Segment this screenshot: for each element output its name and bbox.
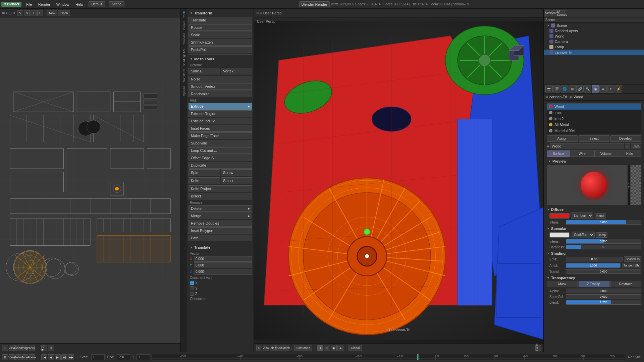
merge-btn[interactable]: Merge ▶ [189, 213, 252, 219]
screw-btn[interactable]: Screw [221, 169, 252, 176]
shrink-fatten-btn[interactable]: Shrink/Fatten [189, 39, 252, 46]
scene-dropdown[interactable]: Scene [109, 1, 124, 7]
render-mode-btn[interactable]: ◈ [337, 345, 343, 351]
rotate-btn[interactable]: Rotate [189, 24, 252, 31]
tab-halo[interactable]: Halo [618, 150, 641, 157]
specular-ramp-btn[interactable]: Ramp [596, 232, 607, 238]
extrude-btn[interactable]: Extrude ▶ [189, 103, 252, 110]
diffuse-color[interactable] [549, 213, 570, 219]
mat-slot-alt-metal[interactable]: Alt Metal [547, 122, 641, 128]
raytrace-btn[interactable]: Raytrace [610, 281, 641, 287]
x-input[interactable] [194, 256, 252, 262]
footer-zoom-btn[interactable]: ⊕ [48, 345, 54, 351]
tab-volume[interactable]: Volume [594, 150, 618, 157]
vtab-transform[interactable]: Transform [182, 68, 186, 84]
uv-uvs-btn[interactable]: U [37, 10, 43, 16]
footer-image-btn[interactable]: Image [22, 345, 28, 351]
blend-slider[interactable]: 1.250 [566, 300, 641, 305]
material-name-input[interactable] [550, 143, 624, 149]
mesh-tools-header[interactable]: Mesh Tools [189, 56, 252, 62]
transl-slider[interactable]: 0.000 [566, 269, 641, 274]
footer-view-btn[interactable]: View [9, 345, 15, 351]
hardness-slider[interactable]: 50 [566, 245, 641, 249]
transform-section-header[interactable]: Transform [189, 10, 252, 16]
prop-world-icon[interactable]: 🌐 [561, 85, 568, 93]
vertex-btn[interactable]: Vertex [221, 68, 252, 74]
footer-mode-btn[interactable]: ⊞ [2, 345, 8, 351]
shadeless-btn[interactable]: Shadeless [624, 256, 641, 262]
ambl-slider[interactable]: 1.000 [566, 263, 621, 268]
duplicate-btn[interactable]: Duplicate [189, 162, 252, 169]
texture-mode-btn[interactable]: ▣ [331, 345, 337, 351]
knife-btn[interactable]: Knife [189, 177, 220, 184]
mask-btn[interactable]: Mask [547, 281, 578, 287]
outliner-world[interactable]: World [544, 34, 644, 39]
push-pull-btn[interactable]: Push/Pull [189, 46, 252, 53]
make-edge-face-btn[interactable]: Make Edge/Face [189, 132, 252, 139]
uv-image-btn[interactable]: I [31, 10, 37, 16]
footer-3d-add[interactable]: Add [276, 345, 282, 351]
footer-3d-select[interactable]: Select [270, 345, 276, 351]
footer-nav-icons[interactable]: ◁ ▶ [41, 345, 47, 351]
vtab-options[interactable]: Options [182, 84, 186, 98]
extrude-region-btn[interactable]: Extrude Region [189, 110, 252, 117]
outliner-camera[interactable]: Camera [544, 39, 644, 44]
prop-material-icon[interactable]: ◉ [592, 85, 599, 93]
uv-open-btn[interactable]: Open [58, 10, 70, 16]
tl-play-end-btn[interactable]: ▶▶ [68, 354, 74, 360]
menu-help[interactable]: Help [73, 2, 86, 7]
end-frame-input[interactable] [117, 354, 130, 360]
mat-slot-material004[interactable]: Material.004 [547, 128, 641, 134]
y-input[interactable] [194, 262, 252, 268]
mat-slot-iron2[interactable]: iron 2 [547, 116, 641, 122]
mat-slot-iron[interactable]: Iron [547, 110, 641, 116]
uv-select-btn[interactable]: S [24, 10, 30, 16]
vtab-tools[interactable]: Tools [182, 9, 186, 19]
vtab-shading[interactable]: Shading/UVs [182, 47, 186, 68]
z-transp-btn[interactable]: Z Transp. [579, 281, 610, 287]
loop-cut-btn[interactable]: Loop Cut and ... [189, 147, 252, 154]
translate-section-header[interactable]: Translate [189, 244, 252, 250]
tl-view-btn[interactable]: View [9, 354, 15, 360]
tl-play-btn[interactable]: ▶ [55, 354, 61, 360]
menu-file[interactable]: File [23, 2, 35, 7]
offset-edge-btn[interactable]: Offset Edge Sli... [189, 155, 252, 161]
prop-scene-icon[interactable]: 🎬 [553, 85, 560, 93]
viewport-nav-icons[interactable]: ⊕ ⊖ ◫ [535, 345, 541, 351]
emit-slider[interactable]: 0.00 [566, 257, 623, 261]
z-input[interactable] [194, 269, 252, 275]
scale-btn[interactable]: Scale [189, 32, 252, 38]
current-frame-input[interactable] [137, 354, 150, 360]
outliner-lamp[interactable]: Lamp [544, 44, 644, 50]
footer-uvs-btn[interactable]: UVs [29, 345, 35, 351]
deselect-btn[interactable]: Deselect [610, 135, 641, 142]
mat-data-btn[interactable]: F [625, 143, 630, 149]
alpha-slider[interactable]: 0.000 [566, 289, 641, 293]
knife-project-btn[interactable]: Knife Project [189, 185, 252, 192]
inset-faces-btn[interactable]: Inset Faces [189, 125, 252, 132]
specular-intens-slider[interactable]: 0.500 [566, 239, 641, 244]
subdivide-btn[interactable]: Subdivide [189, 140, 252, 146]
preview-header[interactable]: Preview [547, 158, 641, 164]
translate-btn[interactable]: Translate [189, 17, 252, 23]
mode-select[interactable]: Edit Mode [294, 345, 313, 351]
footer-3d-view[interactable]: View [263, 345, 269, 351]
uv-canvas[interactable] [0, 17, 180, 343]
extrude-individ-btn[interactable]: Extrude Individ.. [189, 118, 252, 124]
uv-view-btn[interactable]: V [17, 10, 23, 16]
prop-constraint-icon[interactable]: 🔗 [576, 85, 584, 93]
timeline-icon[interactable]: ⊞ [2, 354, 8, 360]
select-btn[interactable]: Select [221, 177, 252, 184]
prop-object-icon[interactable]: ⊞ [569, 85, 576, 93]
mat-link-btn[interactable]: Data [631, 143, 641, 149]
bisect-btn[interactable]: Bisect [189, 193, 252, 199]
rp-all-scenes-btn[interactable]: All Scenes [559, 10, 565, 16]
mat-select-btn[interactable]: Select [579, 135, 610, 142]
diffuse-intens-slider[interactable]: 0.800 [566, 220, 641, 225]
diffuse-shader-select[interactable]: Lambert [571, 213, 593, 219]
diffuse-ramp-btn[interactable]: Ramp [595, 213, 606, 219]
prop-render-icon[interactable]: 📷 [545, 85, 553, 93]
menu-render[interactable]: Render [36, 2, 53, 7]
specular-shader-select[interactable]: CookTorr [571, 232, 595, 238]
footer-3d-mesh[interactable]: Mesh [283, 345, 289, 351]
